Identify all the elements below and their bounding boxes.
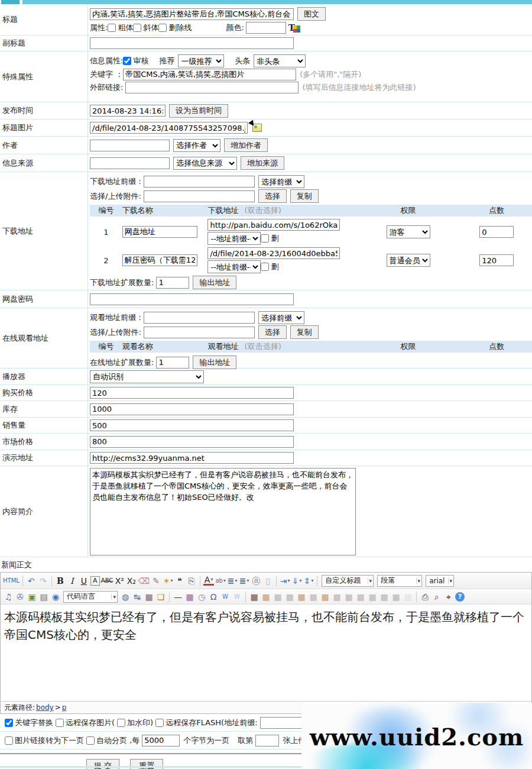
titlepic-input[interactable] [90, 122, 248, 134]
underline-icon[interactable]: U [79, 575, 89, 586]
watermark-checkbox[interactable] [117, 719, 125, 727]
format-brush-icon[interactable]: ✎ [151, 575, 161, 586]
download-del-checkbox[interactable] [261, 263, 269, 271]
intro-textarea[interactable]: 本源码模板其实织梦已经有了，但是有客户说容易被挂马，也不能前台发布，于是墨鱼就移… [90, 468, 356, 555]
globe-icon[interactable]: ◍ [120, 591, 131, 602]
anchor-icon[interactable]: ⓐ [251, 575, 261, 586]
cell-props-icon[interactable]: ▦ [403, 591, 413, 602]
download-addr-prefix-select[interactable]: --地址前缀-- [207, 232, 261, 245]
download-points-input[interactable] [479, 226, 514, 238]
download-perm-select[interactable]: 普通会员 [387, 254, 430, 267]
help-icon[interactable]: ? [455, 592, 465, 602]
remote-image-checkbox[interactable] [56, 719, 64, 727]
keyword-input[interactable] [123, 69, 296, 80]
online-prefix-select[interactable]: 选择前缀 [258, 311, 304, 324]
download-prefix-input[interactable] [144, 176, 255, 188]
download-addr-prefix-select[interactable]: --地址前缀-- [207, 260, 261, 273]
paste-text-icon[interactable]: ⎘ [186, 575, 197, 586]
delete-table-icon[interactable]: ▦ [261, 591, 271, 602]
font-color-picker-icon[interactable]: T [288, 22, 295, 33]
paste-word-icon[interactable]: W [220, 591, 231, 602]
undo-icon[interactable]: ↶ [26, 575, 37, 586]
download-del-checkbox[interactable] [261, 234, 269, 243]
online-copy-button[interactable]: 复制 [290, 325, 319, 339]
unordered-list-icon[interactable]: ≣▾ [239, 575, 249, 586]
recommend-select[interactable]: 一级推荐 [178, 54, 224, 67]
download-prefix-select[interactable]: 选择前缀 [258, 175, 304, 188]
gallery-image-icon[interactable]: ▤ [38, 591, 49, 602]
line-height-icon[interactable]: ⇕▾ [303, 575, 314, 586]
set-now-button[interactable]: 设为当前时间 [169, 104, 228, 118]
media-icon[interactable]: ◉ [50, 591, 61, 602]
subtitle-input[interactable] [90, 37, 294, 49]
magic-wand-icon[interactable]: ✶▾ [163, 575, 173, 586]
clock-icon[interactable]: ◷ [196, 591, 207, 602]
blockquote-icon[interactable]: ❝ [174, 575, 185, 586]
preview-icon[interactable]: ⌕ [432, 591, 442, 602]
player-select[interactable]: 自动识别 [90, 370, 204, 383]
image-icon[interactable]: ▣ [27, 591, 37, 602]
autopage-size-input[interactable] [142, 735, 180, 747]
diskpwd-input[interactable] [90, 293, 294, 305]
split-cells-icon[interactable]: ▦ [343, 591, 354, 602]
insert-row-icon[interactable]: ▦ [284, 591, 295, 602]
color-input[interactable] [246, 22, 286, 34]
remote-flash-checkbox[interactable] [155, 719, 164, 727]
hr-icon[interactable]: — [173, 591, 183, 602]
merge-cells-icon[interactable]: ▦ [332, 591, 342, 602]
blank-page-icon[interactable]: ▯ [262, 575, 273, 586]
code-language-select[interactable]: 代码语言▾ [63, 591, 118, 603]
highlight-color-icon[interactable]: ab▾ [215, 575, 226, 586]
keyword-replace-checkbox[interactable] [5, 719, 13, 727]
binoculars-icon[interactable]: ⌖ [443, 591, 454, 602]
split-row-icon[interactable]: ▦ [379, 591, 390, 602]
align-icon[interactable]: ⇓▾ [291, 575, 302, 586]
market-input[interactable] [90, 436, 294, 448]
attachment-icon[interactable]: ✇ [15, 591, 25, 602]
table-props-icon[interactable]: ▦ [273, 591, 283, 602]
imgtext-button[interactable]: 图文 [297, 7, 326, 21]
eraser-icon[interactable]: ⌫ [138, 575, 150, 586]
download-name-input[interactable] [122, 254, 197, 266]
split-col-icon[interactable]: ▦ [391, 591, 401, 602]
editor-content[interactable]: 本源码模板其实织梦已经有了，但是有客户说容易被挂马，也不能前台发布，于是墨鱼就移… [1, 605, 531, 701]
frame-icon[interactable]: ▦ [144, 591, 154, 602]
insert-table-icon[interactable]: ▦ [249, 591, 259, 602]
font-select[interactable]: arial▾ [426, 575, 454, 587]
download-attach-input[interactable] [144, 190, 255, 202]
strike-checkbox[interactable] [158, 24, 167, 32]
html-source-button[interactable]: HTML [3, 575, 20, 586]
headline-select[interactable]: 非头条 [254, 54, 306, 67]
calendar-icon[interactable]: ▦ [184, 591, 195, 602]
download-output-button[interactable]: 输出地址 [193, 276, 236, 289]
font-box-icon[interactable]: A [90, 576, 100, 586]
online-expand-input[interactable] [156, 357, 189, 369]
sales-input[interactable] [90, 419, 294, 431]
download-perm-select[interactable]: 游客 [387, 225, 430, 238]
print-icon[interactable]: ⎙ [420, 591, 430, 602]
source-input[interactable] [90, 157, 170, 169]
download-copy-button[interactable]: 复制 [290, 189, 319, 203]
download-url-input[interactable] [207, 247, 340, 259]
strikethrough-icon[interactable]: ABC [101, 575, 113, 586]
word-doc-icon[interactable]: W [232, 591, 242, 602]
extlink-input[interactable] [125, 82, 299, 93]
title-input[interactable] [90, 8, 294, 20]
online-attach-input[interactable] [144, 327, 255, 338]
insert-col-icon[interactable]: ▦ [308, 591, 319, 602]
redo-icon[interactable]: ↷ [38, 575, 48, 586]
italic-icon[interactable]: I [67, 575, 77, 586]
download-expand-input[interactable] [156, 277, 189, 289]
img-nextpage-checkbox[interactable] [5, 736, 13, 745]
download-name-input[interactable] [122, 226, 197, 238]
music-icon[interactable]: ♫ [3, 591, 14, 602]
font-color-icon[interactable]: A▾ [203, 576, 214, 586]
page-break-icon[interactable]: ↹ [132, 591, 142, 602]
path-link-body[interactable]: body [36, 703, 54, 712]
indent-icon[interactable]: ⇥▾ [280, 575, 290, 586]
delete-row-icon[interactable]: ▦ [296, 591, 307, 602]
download-url-input[interactable] [207, 219, 340, 231]
paragraph-select[interactable]: 段落▾ [377, 575, 422, 587]
image-browse-icon[interactable] [252, 124, 262, 132]
subscript-icon[interactable]: X₂ [126, 575, 137, 586]
